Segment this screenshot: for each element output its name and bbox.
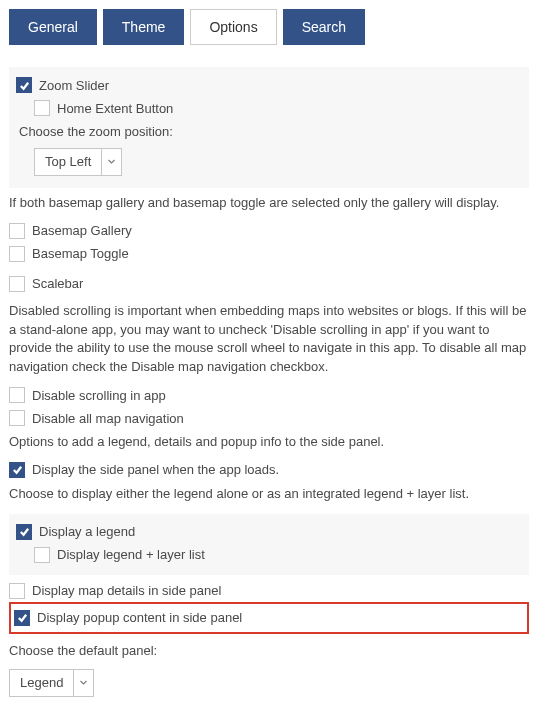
basemap-gallery-checkbox[interactable] — [9, 223, 25, 239]
chevron-down-icon — [73, 670, 93, 696]
zoom-slider-checkbox[interactable] — [16, 77, 32, 93]
popup-content-checkbox[interactable] — [14, 610, 30, 626]
default-panel-value: Legend — [10, 670, 73, 696]
popup-content-label: Display popup content in side panel — [37, 610, 242, 625]
default-panel-select[interactable]: Legend — [9, 669, 94, 697]
home-extent-checkbox[interactable] — [34, 100, 50, 116]
legend-choose-text: Choose to display either the legend alon… — [9, 485, 529, 504]
panel-options-text: Options to add a legend, details and pop… — [9, 433, 529, 452]
basemap-toggle-label: Basemap Toggle — [32, 246, 129, 261]
map-details-checkbox[interactable] — [9, 583, 25, 599]
display-legend-label: Display a legend — [39, 524, 135, 539]
basemap-toggle-checkbox[interactable] — [9, 246, 25, 262]
display-side-panel-checkbox[interactable] — [9, 462, 25, 478]
highlighted-option: Display popup content in side panel — [9, 602, 529, 634]
zoom-slider-label: Zoom Slider — [39, 78, 109, 93]
display-legend-checkbox[interactable] — [16, 524, 32, 540]
legend-layer-list-checkbox[interactable] — [34, 547, 50, 563]
map-details-label: Display map details in side panel — [32, 583, 221, 598]
tab-general[interactable]: General — [9, 9, 97, 45]
zoom-section: Zoom Slider Home Extent Button Choose th… — [9, 67, 529, 188]
disable-navigation-checkbox[interactable] — [9, 410, 25, 426]
basemap-info-text: If both basemap gallery and basemap togg… — [9, 194, 529, 213]
home-extent-label: Home Extent Button — [57, 101, 173, 116]
scalebar-checkbox[interactable] — [9, 276, 25, 292]
chevron-down-icon — [101, 149, 121, 175]
zoom-position-select[interactable]: Top Left — [34, 148, 122, 176]
display-side-panel-label: Display the side panel when the app load… — [32, 462, 279, 477]
legend-section: Display a legend Display legend + layer … — [9, 514, 529, 575]
scrolling-info-text: Disabled scrolling is important when emb… — [9, 302, 529, 377]
zoom-position-value: Top Left — [35, 149, 101, 175]
tab-theme[interactable]: Theme — [103, 9, 185, 45]
basemap-gallery-label: Basemap Gallery — [32, 223, 132, 238]
disable-scrolling-label: Disable scrolling in app — [32, 388, 166, 403]
disable-scrolling-checkbox[interactable] — [9, 387, 25, 403]
tab-bar: General Theme Options Search — [9, 9, 529, 45]
scalebar-label: Scalebar — [32, 276, 83, 291]
legend-layer-list-label: Display legend + layer list — [57, 547, 205, 562]
default-panel-label: Choose the default panel: — [9, 642, 529, 661]
disable-navigation-label: Disable all map navigation — [32, 411, 184, 426]
tab-options[interactable]: Options — [190, 9, 276, 45]
zoom-position-label: Choose the zoom position: — [19, 123, 522, 142]
tab-search[interactable]: Search — [283, 9, 365, 45]
